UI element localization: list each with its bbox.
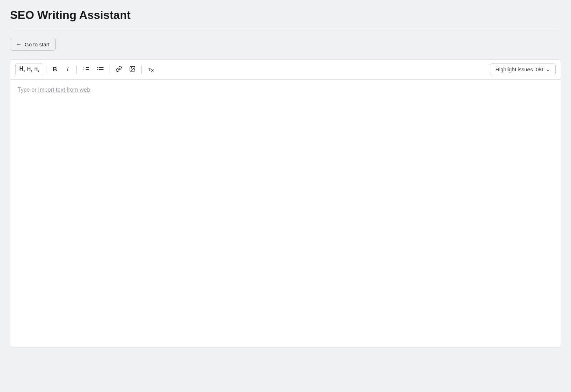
highlight-issues-button[interactable]: Highlight issues 0/0 ⌄ [490,63,556,75]
h2-label: H2 [27,66,32,73]
title-divider [10,29,561,29]
h1-label: H1 [19,66,25,73]
clear-format-button[interactable]: T [145,64,157,75]
highlight-issues-label: Highlight issues [495,66,533,72]
placeholder-text: Type or [17,87,38,93]
svg-text:T: T [148,67,151,72]
go-to-start-label: Go to start [25,41,50,47]
heading-button[interactable]: H1 H2 H3 [15,63,43,75]
svg-point-5 [97,69,98,70]
h1-subscript: 1 [24,70,25,73]
ordered-list-button[interactable]: 1. 2. [80,63,92,76]
separator-3 [110,65,110,74]
svg-point-4 [97,67,98,68]
page-wrapper: SEO Writing Assistant ← Go to start H1 H… [0,0,571,356]
link-icon [116,66,122,73]
unordered-list-button[interactable] [94,63,107,76]
bold-button[interactable]: B [49,64,61,75]
italic-button[interactable]: I [62,64,74,75]
svg-text:2.: 2. [83,68,85,71]
separator-2 [76,65,77,74]
image-button[interactable] [126,63,138,75]
editor-body[interactable]: Type or Import text from web [10,80,561,347]
chevron-down-icon: ⌄ [546,67,550,72]
import-text-link[interactable]: Import text from web [38,87,90,93]
separator-1 [46,65,46,74]
svg-point-9 [131,67,132,68]
editor-toolbar: H1 H2 H3 B I 1. 2. [10,60,561,80]
h2-subscript: 2 [31,70,32,73]
unordered-list-icon [97,65,104,73]
h3-subscript: 3 [37,70,39,73]
editor-placeholder: Type or Import text from web [17,87,90,93]
go-to-start-button[interactable]: ← Go to start [10,38,56,51]
arrow-left-icon: ← [16,41,22,47]
separator-4 [141,65,142,74]
page-title: SEO Writing Assistant [10,9,561,22]
ordered-list-icon: 1. 2. [82,65,90,73]
editor-container: H1 H2 H3 B I 1. 2. [10,59,561,347]
h3-label: H3 [35,67,39,72]
link-button[interactable] [113,63,125,75]
image-icon [129,66,136,73]
highlight-issues-count: 0/0 [536,66,543,72]
clear-format-icon: T [147,66,155,73]
